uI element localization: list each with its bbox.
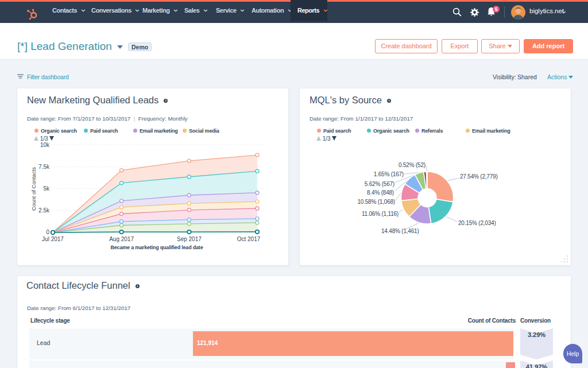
svg-text:Sep 2017: Sep 2017 xyxy=(177,236,202,242)
svg-text:5.62% (567): 5.62% (567) xyxy=(365,181,394,187)
svg-text:2.5k: 2.5k xyxy=(38,207,50,214)
svg-text:Became a marketing qualified l: Became a marketing qualified lead date xyxy=(111,245,203,250)
svg-text:8.4% (848): 8.4% (848) xyxy=(367,189,394,196)
svg-text:0: 0 xyxy=(46,229,49,235)
svg-text:10k: 10k xyxy=(40,142,50,148)
svg-text:20.15% (2,034): 20.15% (2,034) xyxy=(458,220,496,226)
svg-text:5k: 5k xyxy=(43,185,50,192)
svg-text:14.48% (1,461): 14.48% (1,461) xyxy=(381,228,419,234)
svg-text:1.65% (167): 1.65% (167) xyxy=(374,171,404,177)
svg-text:7.5k: 7.5k xyxy=(38,164,50,170)
svg-text:11.06% (1,116): 11.06% (1,116) xyxy=(362,211,399,217)
svg-text:10.58% (1,068): 10.58% (1,068) xyxy=(357,199,395,205)
svg-text:27.54% (2,779): 27.54% (2,779) xyxy=(460,173,498,180)
svg-text:Jul 2017: Jul 2017 xyxy=(42,236,64,242)
svg-text:Aug 2017: Aug 2017 xyxy=(109,236,134,242)
svg-text:0.52% (52): 0.52% (52) xyxy=(399,162,425,168)
svg-text:Count of Contacts: Count of Contacts xyxy=(30,167,37,211)
svg-text:Oct 2017: Oct 2017 xyxy=(237,236,261,242)
